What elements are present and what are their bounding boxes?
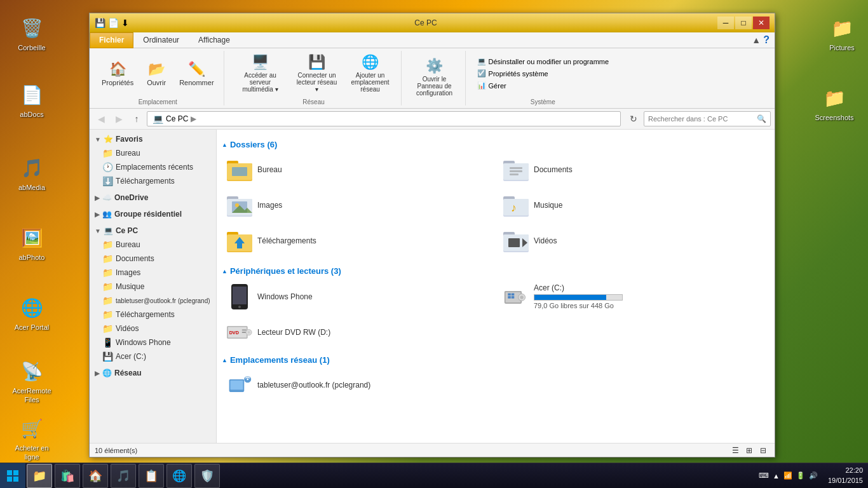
- sidebar-header-groupe[interactable]: ▶ 👥 Groupe résidentiel: [90, 207, 216, 221]
- telechargements-pc-icon: 📁: [102, 309, 113, 320]
- desktop-icon-pictures[interactable]: 📁 Pictures: [820, 13, 864, 55]
- network-tabletuser[interactable]: tabletuser@outlook.fr (pclegrand): [222, 370, 770, 400]
- btn-panneau-config[interactable]: ⚙️ Ouvrir le Panneau de configuration: [409, 55, 460, 100]
- svg-rect-55: [13, 477, 18, 482]
- sidebar-header-reseau[interactable]: ▶ 🌐 Réseau: [90, 366, 216, 380]
- taskbar-btn-chrome[interactable]: 🌐: [166, 464, 192, 488]
- network-section-header[interactable]: Emplacements réseau (1): [222, 355, 770, 365]
- taskbar-time[interactable]: 22:20 19/01/2015: [823, 466, 868, 485]
- images-pc-label: Images: [116, 268, 140, 277]
- device-windows-phone[interactable]: Windows Phone: [222, 281, 493, 312]
- taskbar-btn-explorer[interactable]: 📁: [27, 464, 52, 488]
- close-button[interactable]: ✕: [753, 17, 770, 29]
- window-title: Ce PC: [134, 18, 717, 27]
- sidebar-header-cepc[interactable]: ▼ 💻 Ce PC: [90, 224, 216, 238]
- bureau-pc-icon: 📁: [102, 240, 113, 250]
- taskbar-btn-spotify[interactable]: 🎵: [111, 464, 136, 488]
- up-button[interactable]: ↑: [129, 112, 144, 126]
- ribbon-collapse-icon[interactable]: ▲: [752, 35, 761, 45]
- tab-affichage[interactable]: Affichage: [189, 32, 240, 48]
- start-button[interactable]: [0, 463, 25, 489]
- btn-gerer[interactable]: 📊 Gérer: [473, 80, 613, 91]
- sidebar-item-recents[interactable]: 🕐 Emplacements récents: [90, 160, 216, 174]
- btn-renommer[interactable]: ✏️ Renommer: [175, 58, 218, 90]
- desktop-icon-screenshots[interactable]: 📁 Screenshots: [812, 83, 857, 125]
- expand-tray-icon[interactable]: ▲: [773, 472, 780, 480]
- help-icon[interactable]: ?: [763, 34, 770, 46]
- desktop-icon-acer-portal[interactable]: 🌐 Acer Portal: [10, 292, 54, 334]
- keyboard-icon[interactable]: ⌨: [759, 471, 769, 480]
- sidebar-item-videos-pc[interactable]: 📁 Vidéos: [90, 322, 216, 336]
- folder-videos[interactable]: Vidéos: [498, 226, 770, 256]
- folder-images[interactable]: Images: [222, 190, 493, 220]
- proprietes-sys-icon: ☑️: [477, 69, 486, 78]
- search-box[interactable]: 🔍: [644, 111, 771, 126]
- minimize-button[interactable]: ─: [717, 17, 734, 29]
- desktop-icon-abdocs[interactable]: 📄 abDocs: [10, 79, 54, 121]
- btn-desinstaller[interactable]: 💻 Désinstaller ou modifier un programme: [473, 56, 613, 67]
- maximize-button[interactable]: □: [735, 17, 752, 29]
- bureau-icon: 📁: [102, 148, 113, 158]
- volume-icon[interactable]: 🔊: [809, 471, 818, 480]
- btn-ajouter-emplacement[interactable]: 🌐 Ajouter un emplacement réseau: [345, 51, 396, 96]
- sidebar-item-documents-pc[interactable]: 📁 Documents: [90, 252, 216, 266]
- sidebar-item-musique-pc[interactable]: 📁 Musique: [90, 280, 216, 294]
- btn-connecter-lecteur[interactable]: 💾 Connecter un lecteur réseau ▾: [292, 51, 342, 96]
- back-button[interactable]: ◀: [93, 112, 109, 126]
- sidebar-section-cepc: ▼ 💻 Ce PC 📁 Bureau 📁 Documents 📁 I: [90, 224, 216, 363]
- btn-acceder-serveur[interactable]: 🖥️ Accéder au serveur multimédia ▾: [232, 51, 289, 96]
- btn-proprietes[interactable]: 🏠 Propriétés: [97, 58, 138, 90]
- tab-fichier[interactable]: Fichier: [90, 32, 133, 48]
- folder-bureau[interactable]: Bureau: [222, 154, 493, 185]
- sidebar-item-telechargements-pc[interactable]: 📁 Téléchargements: [90, 308, 216, 322]
- btn-proprietes-systeme[interactable]: ☑️ Propriétés système: [473, 68, 613, 79]
- sidebar-item-acer-c[interactable]: 💾 Acer (C:): [90, 349, 216, 363]
- folders-section-header[interactable]: Dossiers (6): [222, 140, 770, 149]
- btn-ouvrir[interactable]: 📂 Ouvrir: [140, 58, 172, 90]
- sidebar-item-windows-phone[interactable]: 📱 Windows Phone: [90, 336, 216, 349]
- ribbon-group-panneau: ⚙️ Ouvrir le Panneau de configuration: [404, 51, 466, 105]
- sidebar-item-bureau[interactable]: 📁 Bureau: [90, 146, 216, 160]
- desktop-icon-abphoto[interactable]: 🖼️ abPhoto: [10, 222, 54, 264]
- sidebar-header-onedrive[interactable]: ▶ ☁️ OneDrive: [90, 191, 216, 205]
- nav-path[interactable]: 💻 Ce PC ▶: [147, 111, 621, 126]
- folder-documents-icon: [503, 157, 529, 182]
- folder-telechargements[interactable]: Téléchargements: [222, 226, 493, 256]
- desinstaller-icon: 💻: [477, 57, 486, 65]
- view-details-icon[interactable]: ☰: [729, 445, 742, 456]
- taskbar-btn-clipboard[interactable]: 📋: [139, 464, 164, 488]
- forward-button[interactable]: ▶: [111, 112, 126, 126]
- sidebar-header-favoris[interactable]: ▼ ⭐ Favoris: [90, 132, 216, 146]
- taskbar-btn-store[interactable]: 🛍️: [55, 464, 80, 488]
- folder-documents[interactable]: Documents: [498, 154, 770, 185]
- taskbar-btn-home[interactable]: 🏠: [83, 464, 108, 488]
- desktop-icon-acheter[interactable]: 🛒 Acheter en ligne: [10, 413, 54, 464]
- windows-phone-sidebar-label: Windows Phone: [116, 338, 171, 347]
- ribbon-content: 🏠 Propriétés 📂 Ouvrir ✏️ Renommer emplac…: [90, 48, 775, 108]
- search-input[interactable]: [648, 115, 757, 123]
- device-acer-c[interactable]: Acer (C:) 79,0 Go libres sur 448 Go: [498, 281, 770, 312]
- network-tray-icon[interactable]: 📶: [783, 471, 792, 480]
- desktop-icon-abmedia[interactable]: 🎵 abMedia: [10, 152, 54, 194]
- groupe-label: Groupe résidentiel: [114, 210, 182, 219]
- sidebar-item-images-pc[interactable]: 📁 Images: [90, 266, 216, 280]
- taskbar-btn-antivirus[interactable]: 🛡️: [194, 464, 220, 488]
- view-large-icon[interactable]: ⊟: [757, 445, 770, 456]
- sidebar-item-tabletuser[interactable]: 📁 tabletuser@outlook.fr (pclegrand): [90, 294, 216, 308]
- sidebar-item-telechargements[interactable]: ⬇️ Téléchargements: [90, 174, 216, 188]
- folder-musique[interactable]: ♪ Musique: [498, 190, 770, 220]
- battery-icon[interactable]: 🔋: [796, 471, 805, 480]
- folder-documents-label: Documents: [534, 165, 573, 174]
- sidebar: ▼ ⭐ Favoris 📁 Bureau 🕐 Emplacements réce…: [90, 130, 217, 443]
- ribbon-group-systeme: 💻 Désinstaller ou modifier un programme …: [468, 51, 618, 105]
- desktop-icon-corbeille[interactable]: 🗑️ Corbeille: [10, 13, 54, 55]
- view-tiles-icon[interactable]: ⊞: [743, 445, 756, 456]
- folder-videos-label: Vidéos: [534, 236, 557, 245]
- device-dvd[interactable]: DVD Lecteur DVD RW (D:): [222, 317, 493, 348]
- devices-section-header[interactable]: Périphériques et lecteurs (3): [222, 266, 770, 276]
- favoris-icon: ⭐: [104, 135, 113, 144]
- sidebar-item-bureau-pc[interactable]: 📁 Bureau: [90, 238, 216, 252]
- refresh-button[interactable]: ↻: [626, 112, 641, 126]
- tab-ordinateur[interactable]: Ordinateur: [133, 32, 189, 48]
- desktop-icon-acer-remote[interactable]: 📡 AcerRemote Files: [10, 356, 54, 407]
